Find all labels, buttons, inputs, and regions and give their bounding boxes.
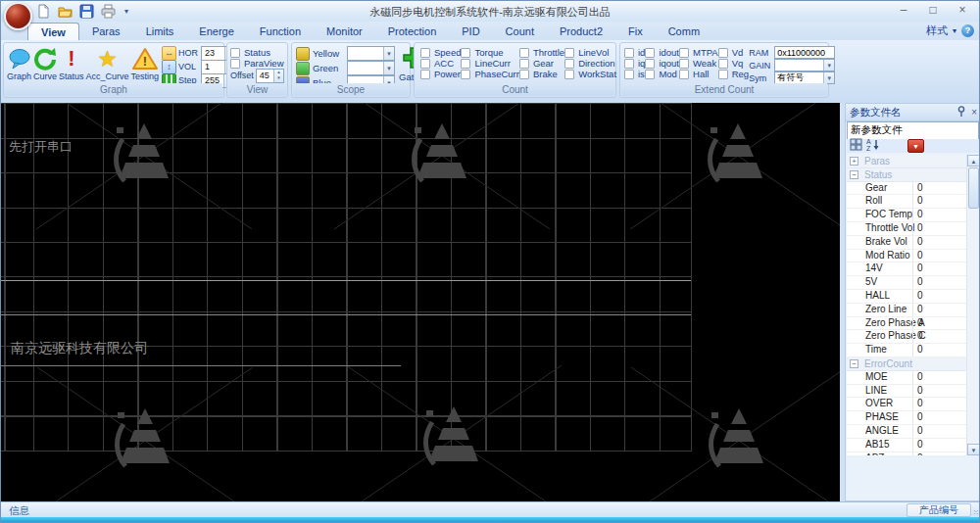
tab-paras[interactable]: Paras <box>79 23 133 40</box>
panel-close-icon[interactable]: × <box>971 107 977 119</box>
gain-dropdown[interactable]: ▼ <box>774 59 835 71</box>
scroll-down-icon[interactable]: ▼ <box>967 444 980 455</box>
scroll-up-icon[interactable]: ▲ <box>967 155 980 166</box>
group-row-errorcount[interactable]: −ErrorCount <box>847 357 967 371</box>
count-checkbox-workstat[interactable]: WorkStat <box>564 69 616 79</box>
close-button[interactable]: × <box>956 3 969 17</box>
extend-checkbox-id[interactable]: id <box>624 47 645 58</box>
group-row-paras[interactable]: +Paras <box>847 155 967 168</box>
style-caret-icon[interactable]: ▾ <box>953 26 956 35</box>
group-row-status[interactable]: −Status <box>847 168 967 182</box>
extend-checkbox-vd[interactable]: Vd <box>718 47 749 58</box>
graph-button[interactable]: Graph <box>6 45 32 82</box>
parameter-row-hall[interactable]: HALL0 <box>847 290 967 304</box>
parameter-row-time[interactable]: Time0 <box>847 344 967 357</box>
quick-access-more-icon[interactable]: ▾ <box>124 7 128 16</box>
status-button[interactable]: ! Status <box>58 45 85 82</box>
sort-alphabetical-icon[interactable]: AZ <box>866 137 880 155</box>
tab-product2[interactable]: Product2 <box>547 23 615 40</box>
parameter-row-brake-vol[interactable]: Brake Vol0 <box>847 236 967 250</box>
parameter-row-zero-phase-a[interactable]: Zero Phase A0 <box>847 317 967 331</box>
import-parameters-icon[interactable]: ▼ <box>907 139 924 153</box>
spinner-arrows[interactable]: ▲▼ <box>273 70 283 82</box>
tab-pid[interactable]: PID <box>449 23 492 40</box>
app-menu-button[interactable] <box>4 2 32 30</box>
acc-curve-button[interactable]: ★ Acc_Curve <box>85 45 130 82</box>
ram-input[interactable]: 0x11000000 <box>774 46 835 59</box>
parameter-row-14v[interactable]: 14V0 <box>847 262 967 276</box>
tab-protection[interactable]: Protection <box>375 23 450 40</box>
minimize-button[interactable]: – <box>897 3 910 17</box>
testing-button[interactable]: ! Testing <box>130 45 161 82</box>
dropdown-arrow-icon[interactable]: ▼ <box>383 62 394 74</box>
count-checkbox-linecurr[interactable]: LineCurr <box>461 58 518 69</box>
parameter-row-throttle-vol[interactable]: Throttle Vol0 <box>847 222 967 236</box>
parameter-row-roll[interactable]: Roll0 <box>847 195 967 209</box>
tab-view[interactable]: View <box>27 23 79 40</box>
pin-icon[interactable] <box>956 106 966 119</box>
parameter-row-mod-ratio[interactable]: Mod Ratio0 <box>847 250 967 263</box>
extend-checkbox-mod[interactable]: Mod <box>645 69 679 79</box>
count-checkbox-phasecurr[interactable]: PhaseCurr <box>461 69 518 79</box>
parameter-row-zero-phase-c[interactable]: Zero Phase C0 <box>847 330 967 344</box>
tab-monitor[interactable]: Monitor <box>314 23 375 40</box>
yellow-color-swatch[interactable] <box>296 47 310 61</box>
count-checkbox-torque[interactable]: Torque <box>461 47 518 58</box>
green-signal-dropdown[interactable]: ▼ <box>347 61 395 75</box>
extend-checkbox-is[interactable]: is <box>624 69 645 79</box>
yellow-signal-dropdown[interactable]: ▼ <box>347 46 395 61</box>
count-checkbox-speed[interactable]: Speed <box>420 47 461 58</box>
extend-checkbox-idout[interactable]: idout <box>645 47 679 58</box>
oscilloscope-plot[interactable]: 先打开串口 南京远驱科技有限公司 <box>1 103 840 501</box>
count-checkbox-throttle[interactable]: Throttle <box>519 47 564 58</box>
dropdown-arrow-icon[interactable]: ▼ <box>823 60 834 71</box>
extend-checkbox-iq[interactable]: iq <box>624 58 645 69</box>
view-checkbox-paraview[interactable]: ParaView <box>230 58 284 69</box>
green-color-swatch[interactable] <box>296 62 310 75</box>
count-checkbox-gear[interactable]: Gear <box>519 58 564 69</box>
print-icon[interactable] <box>101 4 116 19</box>
parameter-row-phase[interactable]: PHASE0 <box>847 411 967 425</box>
extend-checkbox-iqout[interactable]: iqout <box>645 58 679 69</box>
style-menu[interactable]: 样式 <box>926 24 948 38</box>
tab-comm[interactable]: Comm <box>656 23 712 40</box>
extend-checkbox-mtpa[interactable]: MTPA <box>679 47 718 58</box>
new-file-icon[interactable] <box>36 4 51 19</box>
tab-limits[interactable]: Limits <box>133 23 187 40</box>
scrollbar[interactable]: ▲ ▼ <box>966 155 980 455</box>
resize-grip[interactable]: ⁙ <box>972 508 978 517</box>
parameter-row-abz[interactable]: ABZ0 <box>847 452 967 455</box>
extend-checkbox-vq[interactable]: Vq <box>718 58 749 69</box>
dropdown-arrow-icon[interactable]: ▼ <box>823 72 834 83</box>
parameter-row-angle[interactable]: ANGLE0 <box>847 425 967 439</box>
collapse-icon[interactable]: − <box>850 359 858 368</box>
parameter-row-over[interactable]: OVER0 <box>847 398 967 411</box>
parameter-row-line[interactable]: LINE0 <box>847 385 967 399</box>
count-checkbox-brake[interactable]: Brake <box>519 69 564 79</box>
curve-button[interactable]: Curve <box>32 45 58 82</box>
count-checkbox-acc[interactable]: ACC <box>420 58 461 69</box>
help-icon[interactable]: ? <box>961 24 974 37</box>
extend-checkbox-weak[interactable]: Weak <box>679 58 718 69</box>
tab-energe[interactable]: Energe <box>186 23 246 40</box>
tab-function[interactable]: Function <box>247 23 314 40</box>
categorized-view-icon[interactable] <box>850 137 862 155</box>
tab-fix[interactable]: Fix <box>615 23 656 40</box>
count-checkbox-power[interactable]: Power <box>420 69 461 79</box>
parameter-row-foc-temp[interactable]: FOC Temp0 <box>847 209 967 222</box>
parameter-row-ab15[interactable]: AB150 <box>847 439 967 452</box>
tab-count[interactable]: Count <box>493 23 547 40</box>
save-icon[interactable] <box>79 4 94 19</box>
offset-spinner[interactable]: 45 ▲▼ <box>256 69 284 83</box>
maximize-button[interactable]: □ <box>926 3 940 17</box>
view-checkbox-status[interactable]: Status <box>230 47 284 58</box>
scrollbar-thumb[interactable] <box>968 167 979 209</box>
open-folder-icon[interactable] <box>58 4 73 19</box>
extend-checkbox-reg[interactable]: Reg <box>718 69 749 79</box>
expand-icon[interactable]: + <box>850 157 858 166</box>
extend-checkbox-hall[interactable]: Hall <box>679 69 718 79</box>
collapse-icon[interactable]: − <box>850 170 858 179</box>
count-checkbox-linevol[interactable]: LineVol <box>564 47 616 58</box>
parameter-row-gear[interactable]: Gear0 <box>847 182 967 196</box>
parameter-row-moe[interactable]: MOE0 <box>847 371 967 385</box>
